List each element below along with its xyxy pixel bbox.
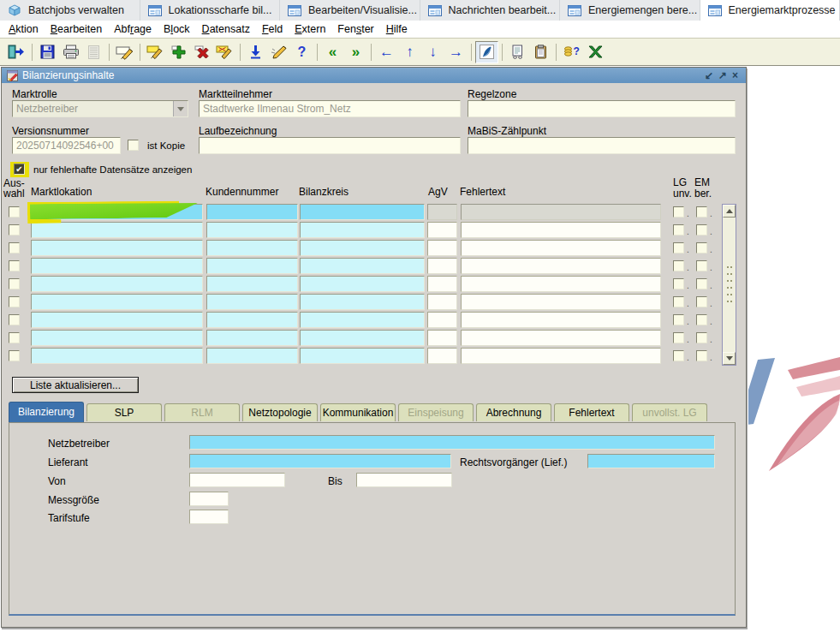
grid-bilanzkreis-row2[interactable] xyxy=(300,222,425,238)
grid-kundennummer-row8[interactable] xyxy=(206,330,298,346)
window-maximize-button[interactable]: ↗ xyxy=(716,69,730,81)
liste-aktualisieren-button[interactable]: Liste aktualisieren... xyxy=(12,377,139,393)
tab-unvollst-lg[interactable]: unvollst. LG xyxy=(632,403,707,421)
grid-marktlokation-row9[interactable] xyxy=(31,348,203,364)
grid-kundennummer-row5[interactable] xyxy=(206,276,298,292)
grid-em-ber-checkbox-row7[interactable] xyxy=(696,314,707,325)
window-tab-energiemarktprozesse[interactable]: Energiemarktprozesse xyxy=(700,0,840,21)
grid-fehlertext-row3[interactable] xyxy=(461,240,661,256)
grid-fehlertext-row6[interactable] xyxy=(461,294,661,310)
window-titlebar[interactable]: Bilanzierungsinhalte ↙↗× xyxy=(2,68,746,83)
window-tab-nachrichten-bearbeit[interactable]: Nachrichten bearbeit... xyxy=(420,0,561,21)
grid-fehlertext-row2[interactable] xyxy=(461,222,661,238)
grid-em-ber-checkbox-row8[interactable] xyxy=(696,332,707,343)
grid-agv-row9[interactable] xyxy=(427,348,457,364)
regelzone-field[interactable] xyxy=(468,100,736,117)
netzbetreiber-field[interactable] xyxy=(189,435,715,450)
grid-fehlertext-row1[interactable] xyxy=(461,204,661,220)
next-block-button[interactable]: » xyxy=(344,41,367,63)
grid-agv-row7[interactable] xyxy=(427,312,457,328)
grid-em-ber-checkbox-row4[interactable] xyxy=(696,260,707,271)
window-tab-lokationsscharfe-bil[interactable]: Lokationsscharfe bil... xyxy=(140,0,281,21)
save-button[interactable] xyxy=(36,41,59,63)
messgroesse-field[interactable] xyxy=(189,492,229,506)
grid-auswahl-checkbox-row4[interactable] xyxy=(9,260,20,271)
grid-lg-unv-checkbox-row1[interactable] xyxy=(673,206,684,218)
tab-bilanzierung[interactable]: Bilanzierung xyxy=(9,402,84,422)
grid-lg-unv-checkbox-row5[interactable] xyxy=(673,278,684,289)
grid-auswahl-checkbox-row7[interactable] xyxy=(9,314,20,325)
print-button[interactable] xyxy=(59,41,82,63)
grid-em-ber-checkbox-row6[interactable] xyxy=(696,296,707,307)
grid-auswahl-checkbox-row9[interactable] xyxy=(9,350,20,361)
grid-marktlokation-row3[interactable] xyxy=(31,240,203,256)
tab-fehlertext[interactable]: Fehlertext xyxy=(554,403,629,421)
grid-kundennummer-row9[interactable] xyxy=(206,348,298,364)
grid-fehlertext-row4[interactable] xyxy=(461,258,661,274)
next-record-button[interactable]: ↓ xyxy=(421,41,444,63)
marktteilnehmer-field[interactable] xyxy=(199,100,461,117)
grid-marktlokation-row6[interactable] xyxy=(31,294,203,310)
grid-fehlertext-row8[interactable] xyxy=(461,330,661,346)
menu-item-feld[interactable]: Feld xyxy=(256,21,289,37)
window-tab-batchjobs-verwalten[interactable]: Batchjobs verwalten xyxy=(0,0,140,21)
nur-fehlerhafte-checkbox[interactable]: ✔ xyxy=(14,164,25,175)
grid-em-ber-checkbox-row2[interactable] xyxy=(696,224,707,236)
scrollbar-down-button[interactable] xyxy=(723,352,736,365)
tarifstufe-field[interactable] xyxy=(189,510,229,524)
grid-bilanzkreis-row6[interactable] xyxy=(300,294,425,310)
grid-em-ber-checkbox-row1[interactable] xyxy=(696,206,707,218)
tab-slp[interactable]: SLP xyxy=(86,403,162,421)
grid-agv-row4[interactable] xyxy=(427,258,457,274)
grid-kundennummer-row4[interactable] xyxy=(206,258,298,274)
von-field[interactable] xyxy=(189,473,285,487)
grid-auswahl-checkbox-row5[interactable] xyxy=(9,278,20,289)
grid-bilanzkreis-row9[interactable] xyxy=(300,348,425,364)
grid-auswahl-checkbox-row6[interactable] xyxy=(9,296,20,307)
menu-item-fenster[interactable]: Fenster xyxy=(331,21,379,37)
grid-bilanzkreis-row7[interactable] xyxy=(300,312,425,328)
insert-record-button[interactable] xyxy=(167,41,190,63)
next-field-button[interactable]: → xyxy=(444,41,468,63)
grid-agv-row6[interactable] xyxy=(427,294,457,310)
grid-kundennummer-row1[interactable] xyxy=(206,204,298,220)
tab-abrechnung[interactable]: Abrechnung xyxy=(476,403,551,421)
grid-lg-unv-checkbox-row7[interactable] xyxy=(673,314,684,325)
menu-item-block[interactable]: Block xyxy=(158,21,196,37)
grid-auswahl-checkbox-row3[interactable] xyxy=(9,242,20,253)
grid-bilanzkreis-row4[interactable] xyxy=(300,258,425,274)
excel-export-button[interactable] xyxy=(583,41,606,63)
versionsnummer-field[interactable] xyxy=(12,137,121,154)
mabis-zaehlpunkt-field[interactable] xyxy=(468,137,736,154)
menu-item-aktion[interactable]: Aktion xyxy=(3,21,45,37)
grid-auswahl-checkbox-row8[interactable] xyxy=(9,332,20,343)
grid-agv-row1[interactable] xyxy=(427,204,457,220)
grid-marktlokation-row1[interactable] xyxy=(31,204,203,220)
grid-lg-unv-checkbox-row9[interactable] xyxy=(673,350,684,361)
grid-lg-unv-checkbox-row4[interactable] xyxy=(673,260,684,271)
previous-block-button[interactable]: « xyxy=(321,41,344,63)
apply-value-button[interactable] xyxy=(244,41,267,63)
help-button[interactable]: ? xyxy=(290,41,313,63)
duplicate-record-button[interactable] xyxy=(506,41,529,63)
grid-marktlokation-row4[interactable] xyxy=(31,258,203,274)
grid-kundennummer-row7[interactable] xyxy=(206,312,298,328)
grid-auswahl-checkbox-row2[interactable] xyxy=(9,224,20,236)
rechtsvorgaenger-field[interactable] xyxy=(587,454,715,468)
paste-button[interactable] xyxy=(529,41,552,63)
menu-item-hilfe[interactable]: Hilfe xyxy=(380,21,414,37)
window-close-button[interactable]: × xyxy=(730,69,741,81)
window-tab-bearbeiten-visualisie[interactable]: Bearbeiten/Visualisie... xyxy=(280,0,420,21)
cancel-query-button[interactable] xyxy=(213,41,236,63)
grid-agv-row8[interactable] xyxy=(427,330,457,346)
grid-kundennummer-row2[interactable] xyxy=(206,222,298,238)
menu-item-abfrage[interactable]: Abfrage xyxy=(108,21,158,37)
scrollbar-up-button[interactable] xyxy=(723,205,736,218)
tab-kommunikation[interactable]: Kommunikation xyxy=(320,403,396,421)
grid-scrollbar[interactable] xyxy=(722,204,736,366)
delete-record-button[interactable] xyxy=(190,41,213,63)
menu-item-datensatz[interactable]: Datensatz xyxy=(196,21,256,37)
window-minimize-button[interactable]: ↙ xyxy=(702,69,716,81)
scrollbar-thumb[interactable] xyxy=(723,218,736,352)
grid-fehlertext-row7[interactable] xyxy=(461,312,661,328)
